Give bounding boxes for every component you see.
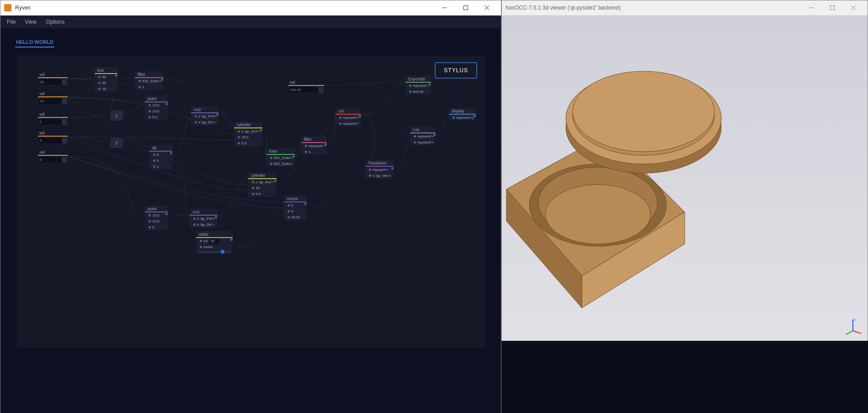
val-node-1[interactable]: val bbox=[38, 91, 68, 105]
input-port-icon[interactable] bbox=[409, 90, 411, 93]
val-node-2[interactable]: val bbox=[38, 111, 68, 126]
node-port-row[interactable]: mpound'> bbox=[335, 115, 361, 121]
val-dropdown-icon[interactable] bbox=[62, 99, 67, 104]
input-port-icon[interactable] bbox=[138, 80, 141, 82]
input-port-icon[interactable] bbox=[288, 210, 290, 212]
node-pt1[interactable]: point15.015.05.0 bbox=[145, 95, 168, 120]
maximize-button[interactable] bbox=[455, 0, 476, 16]
node-port-row[interactable]: 15.0 bbox=[234, 134, 262, 140]
val-input[interactable] bbox=[39, 98, 62, 104]
node-dir[interactable]: dir001 bbox=[149, 145, 172, 169]
node-port-row[interactable]: 20.01 bbox=[284, 214, 307, 220]
node-pt2[interactable]: point15.015.00 bbox=[145, 206, 168, 230]
val-dropdown-icon[interactable] bbox=[319, 87, 323, 93]
input-port-icon[interactable] bbox=[270, 163, 272, 165]
node-port-row[interactable]: s 'qp_Ax2'> bbox=[234, 128, 262, 134]
val-input[interactable] bbox=[39, 157, 62, 163]
input-port-icon[interactable] bbox=[149, 220, 151, 222]
node-port-row[interactable]: s 'qp_Ax2'> bbox=[248, 179, 277, 185]
input-port-icon[interactable] bbox=[414, 135, 416, 138]
input-port-icon[interactable] bbox=[193, 217, 196, 220]
node-port-row[interactable]: 15.0 bbox=[145, 108, 168, 114]
output-port-icon[interactable] bbox=[165, 103, 168, 105]
input-port-icon[interactable] bbox=[288, 216, 290, 218]
node-disp[interactable]: displaympound'>) bbox=[449, 108, 476, 121]
node-port-row[interactable]: mpound'> bbox=[410, 133, 436, 139]
val-input[interactable] bbox=[39, 119, 62, 125]
input-port-icon[interactable] bbox=[305, 145, 307, 147]
node-port-row[interactable]: s 'qp_Pnt'> bbox=[190, 216, 217, 222]
node-ax2[interactable]: Ax2s 'qp_Pnt'>s 'qp_Dir'> bbox=[190, 209, 217, 228]
op-node-/[interactable]: / bbox=[110, 138, 123, 148]
node-port-row[interactable]: mpound'> bbox=[410, 139, 436, 145]
viewer-titlebar[interactable]: honOCC-7.5.1 3d viewer ('qt-pyside2' bac… bbox=[502, 0, 868, 16]
output-port-icon[interactable] bbox=[230, 238, 233, 241]
menu-file[interactable]: File bbox=[2, 17, 20, 27]
node-fil1[interactable]: filletiDS_Solid'> 1 bbox=[135, 71, 163, 90]
ryven-titlebar[interactable]: Ryven bbox=[0, 0, 501, 16]
input-port-icon[interactable] bbox=[252, 193, 254, 195]
input-port-icon[interactable] bbox=[98, 88, 101, 90]
node-port-row[interactable]: 0 bbox=[145, 224, 168, 230]
output-port-icon[interactable] bbox=[304, 203, 307, 205]
node-list[interactable]: Listmpound'>mpound'> bbox=[410, 127, 436, 145]
input-port-icon[interactable] bbox=[149, 116, 151, 118]
node-port-row[interactable]: iDS_Solid'> bbox=[135, 78, 163, 84]
output-port-icon[interactable] bbox=[391, 167, 394, 169]
input-port-icon[interactable] bbox=[339, 122, 341, 125]
node-slider[interactable]: sliderscl round bbox=[196, 231, 233, 254]
node-port-row[interactable]: mpound'>) bbox=[449, 115, 476, 121]
val-node-3[interactable]: val bbox=[38, 130, 68, 144]
input-port-icon[interactable] bbox=[252, 187, 254, 189]
node-port-row[interactable]: 15.0 bbox=[145, 212, 168, 218]
input-port-icon[interactable] bbox=[339, 116, 341, 119]
input-port-icon[interactable] bbox=[238, 130, 240, 132]
node-exp[interactable]: ExportStlmpound'>test.stl bbox=[405, 76, 431, 95]
val-input[interactable] bbox=[39, 79, 62, 85]
input-port-icon[interactable] bbox=[238, 136, 240, 138]
viewer-viewport[interactable]: z bbox=[502, 16, 868, 341]
node-port-row[interactable]: mpound'> bbox=[365, 167, 394, 173]
node-fuse[interactable]: fuseiDS_Solid'>iDS_Solid'> bbox=[266, 148, 295, 167]
viewer-minimize-button[interactable] bbox=[801, 0, 822, 16]
node-port-row[interactable]: 5.0 bbox=[234, 140, 262, 146]
node-port-row[interactable]: 1 bbox=[149, 164, 172, 169]
node-port-row[interactable]: 0 bbox=[284, 208, 307, 214]
output-port-icon[interactable] bbox=[474, 115, 476, 117]
node-cyl2[interactable]: cylinders 'qp_Ax2'> 10 5.0 bbox=[248, 172, 277, 197]
output-port-icon[interactable] bbox=[165, 213, 168, 215]
node-port-row[interactable]: 5.0 bbox=[145, 114, 168, 120]
minimize-button[interactable] bbox=[434, 0, 455, 16]
node-port-row[interactable]: s 'qp_Dir'> bbox=[190, 222, 217, 228]
input-port-icon[interactable] bbox=[369, 169, 371, 171]
node-port-row[interactable]: mpound'> bbox=[405, 83, 431, 89]
node-box[interactable]: box303010 bbox=[95, 67, 117, 92]
node-port-row[interactable]: 0 bbox=[284, 202, 307, 208]
val-node-0[interactable]: val bbox=[38, 72, 68, 86]
viewer-maximize-button[interactable] bbox=[822, 0, 843, 16]
node-cyl1[interactable]: cylinders 'qp_Ax2'> 15.0 5.0 bbox=[234, 122, 262, 146]
menu-options[interactable]: Options bbox=[41, 17, 69, 27]
val-dropdown-icon[interactable] bbox=[62, 138, 67, 143]
tab-hello-world[interactable]: HELLO WORLD bbox=[15, 37, 54, 48]
node-port-row[interactable]: 15.0 bbox=[145, 102, 168, 108]
input-port-icon[interactable] bbox=[195, 115, 197, 117]
val-input[interactable] bbox=[289, 87, 318, 93]
node-port-row[interactable]: iDS_Solid'> bbox=[266, 161, 295, 167]
val-node-5[interactable]: val bbox=[288, 79, 324, 94]
slider-thumb[interactable] bbox=[221, 250, 224, 254]
input-port-icon[interactable] bbox=[195, 121, 197, 123]
val-input[interactable] bbox=[39, 138, 62, 143]
node-port-row[interactable]: s 'qp_Dir'> bbox=[191, 119, 218, 125]
node-port-row[interactable]: 10 bbox=[95, 86, 117, 92]
val-dropdown-icon[interactable] bbox=[62, 119, 67, 125]
menu-view[interactable]: View bbox=[20, 17, 41, 27]
input-port-icon[interactable] bbox=[252, 181, 254, 183]
node-vec[interactable]: Vector0020.01 bbox=[284, 196, 307, 220]
input-port-icon[interactable] bbox=[288, 204, 290, 206]
input-port-icon[interactable] bbox=[305, 151, 307, 153]
viewer-close-button[interactable] bbox=[843, 0, 864, 16]
input-port-icon[interactable] bbox=[369, 175, 371, 177]
node-ax1[interactable]: Ax2s 'qp_Pnt'>s 'qp_Dir'> bbox=[191, 106, 218, 125]
input-port-icon[interactable] bbox=[149, 110, 151, 112]
